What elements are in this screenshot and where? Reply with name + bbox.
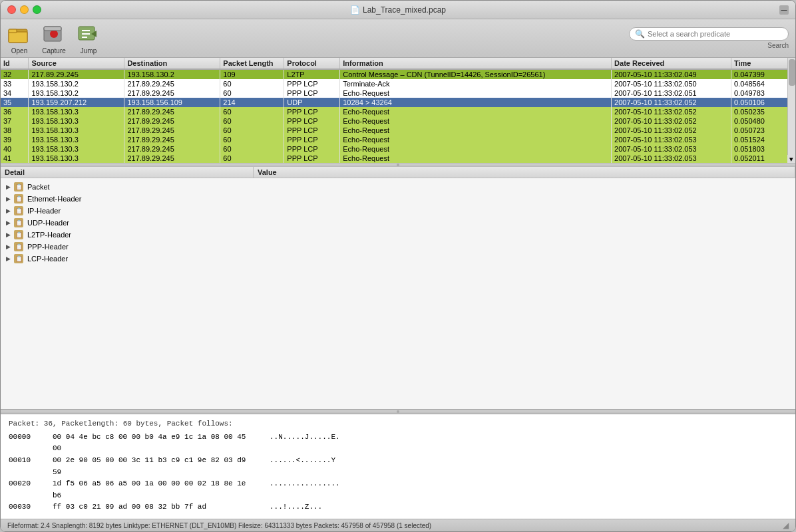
cell-7-1: 193.158.130.3 [29,135,124,144]
svg-rect-2 [9,29,17,33]
cell-2-2: 217.89.29.245 [124,88,220,98]
cell-6-7: 0.050723 [731,126,795,135]
cell-4-3: 60 [220,107,284,116]
search-bar[interactable]: 🔍 [629,27,789,41]
detail-item-label-6: LCP-Header [27,255,68,263]
table-header: Id Source Destination Packet Length Prot… [1,58,795,69]
detail-item-label-2: IP-Header [27,207,61,215]
hex-bytes-2: 1d f5 06 a5 06 a5 00 1a 00 00 00 02 18 8… [53,478,259,501]
cell-4-7: 0.050235 [731,107,795,116]
cell-8-4: PPP LCP [284,144,340,154]
detail-item-label-1: Ethernet-Header [27,195,81,203]
cell-3-0: 35 [1,98,29,107]
detail-item-icon-6: 📋 [14,254,23,263]
search-icon: 🔍 [635,29,645,39]
cell-9-6: 2007-05-10 11:33:02.053 [612,154,731,163]
jump-icon [77,22,100,46]
table-row[interactable]: 37193.158.130.3217.89.29.24560PPP LCPEch… [1,116,795,126]
detail-row[interactable]: ▶ 📋 L2TP-Header [1,229,795,241]
packet-table-container: Id Source Destination Packet Length Prot… [1,58,795,163]
cell-2-7: 0.049783 [731,88,795,98]
svg-rect-1 [9,32,27,43]
detail-row[interactable]: ▶ 📋 IP-Header [1,205,795,217]
cell-1-0: 33 [1,79,29,88]
detail-item-icon-5: 📋 [14,242,23,251]
titlebar: 📄 Lab_Trace_mixed.pcap — [1,1,795,19]
cell-3-5: 10284 > 43264 [340,98,612,107]
table-row[interactable]: 35193.159.207.212193.158.156.109214UDP10… [1,98,795,107]
expand-arrow-5[interactable]: ▶ [5,243,11,250]
cell-8-7: 0.051803 [731,144,795,154]
cell-2-4: PPP LCP [284,88,340,98]
minimize-button[interactable] [20,5,29,14]
detail-row[interactable]: ▶ 📋 UDP-Header [1,217,795,229]
scrollbar-thumb[interactable] [789,59,795,86]
expand-arrow-2[interactable]: ▶ [5,207,11,214]
cell-4-4: PPP LCP [284,107,340,116]
hex-row: 00000 00 04 4e bc c8 00 00 b0 4a e9 1c 1… [9,432,787,455]
cell-6-3: 60 [220,126,284,135]
expand-arrow-4[interactable]: ▶ [5,231,11,238]
expand-arrow-0[interactable]: ▶ [5,184,11,190]
table-row[interactable]: 34193.158.130.2217.89.29.24560PPP LCPEch… [1,88,795,98]
detail-row[interactable]: ▶ 📋 PPP-Header [1,241,795,253]
search-container: 🔍 Search [629,27,789,49]
table-row[interactable]: 32217.89.29.245193.158.130.2109L2TPContr… [1,69,795,79]
capture-button[interactable]: Capture [42,22,66,55]
cell-7-3: 60 [220,135,284,144]
search-input[interactable] [648,30,767,38]
resize-handle[interactable]: ◢ [783,521,789,530]
detail-row[interactable]: ▶ 📋 Packet [1,181,795,193]
col-header-info[interactable]: Information [340,58,612,69]
cell-0-7: 0.047399 [731,69,795,79]
cell-1-4: PPP LCP [284,79,340,88]
cell-2-5: Echo-Request [340,88,612,98]
col-header-length[interactable]: Packet Length [220,58,284,69]
open-button[interactable]: Open [7,22,31,55]
expand-arrow-1[interactable]: ▶ [5,196,11,202]
cell-6-1: 193.158.130.3 [29,126,124,135]
cell-7-2: 217.89.29.245 [124,135,220,144]
maximize-button[interactable] [33,5,41,14]
table-row[interactable]: 33193.158.130.2217.89.29.24560PPP LCPTer… [1,79,795,88]
cell-3-6: 2007-05-10 11:33:02.052 [612,98,731,107]
col-header-id[interactable]: Id [1,58,29,69]
detail-row[interactable]: ▶ 📋 LCP-Header [1,253,795,265]
cell-2-3: 60 [220,88,284,98]
col-header-date[interactable]: Date Received [612,58,731,69]
hex-offset-3: 00030 [9,501,42,513]
table-row[interactable]: 40193.158.130.3217.89.29.24560PPP LCPEch… [1,144,795,154]
jump-button[interactable]: Jump [77,22,100,55]
collapse-button[interactable]: — [779,5,789,15]
cell-5-7: 0.050480 [731,116,795,126]
close-button[interactable] [7,5,16,14]
cell-5-5: Echo-Request [340,116,612,126]
table-row[interactable]: 38193.158.130.3217.89.29.24560PPP LCPEch… [1,126,795,135]
detail-panel: Detail Value ▶ 📋 Packet ▶ 📋 Ethernet-Hea… [1,167,795,410]
scrollbar-down-arrow[interactable]: ▾ [787,155,795,163]
table-row[interactable]: 36193.158.130.3217.89.29.24560PPP LCPEch… [1,107,795,116]
cell-4-2: 217.89.29.245 [124,107,220,116]
cell-5-2: 217.89.29.245 [124,116,220,126]
hex-bytes-1: 00 2e 90 05 00 00 3c 11 b3 c9 c1 9e 82 0… [53,455,259,478]
detail-item-label-3: UDP-Header [27,219,69,227]
col-header-source[interactable]: Source [29,58,124,69]
detail-row[interactable]: ▶ 📋 Ethernet-Header [1,193,795,205]
table-row[interactable]: 41193.158.130.3217.89.29.24560PPP LCPEch… [1,154,795,163]
window-title: 📄 Lab_Trace_mixed.pcap [350,5,446,15]
cell-1-2: 217.89.29.245 [124,79,220,88]
vertical-scrollbar[interactable]: ▾ [787,58,795,163]
expand-arrow-6[interactable]: ▶ [5,255,11,262]
col-header-protocol[interactable]: Protocol [284,58,340,69]
table-row[interactable]: 39193.158.130.3217.89.29.24560PPP LCPEch… [1,135,795,144]
cell-4-6: 2007-05-10 11:33:02.052 [612,107,731,116]
col-header-time[interactable]: Time [731,58,795,69]
cell-9-2: 217.89.29.245 [124,154,220,163]
title-text: Lab_Trace_mixed.pcap [363,5,446,15]
col-header-destination[interactable]: Destination [124,58,220,69]
cell-8-3: 60 [220,144,284,154]
expand-arrow-3[interactable]: ▶ [5,219,11,226]
cell-6-2: 217.89.29.245 [124,126,220,135]
cell-3-3: 214 [220,98,284,107]
cell-7-5: Echo-Request [340,135,612,144]
